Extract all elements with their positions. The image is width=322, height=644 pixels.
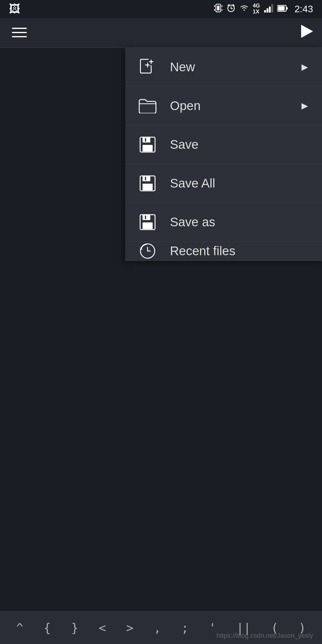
save-all-icon [137,173,158,194]
svg-rect-11 [264,10,266,13]
vibrate-icon [214,3,222,15]
gallery-icon: 🖼 [9,3,20,16]
dropdown-menu: New ► Open ► S [125,48,322,261]
menu-item-save-as-label: Save as [170,215,310,229]
svg-rect-16 [278,6,284,11]
hamburger-button[interactable] [9,25,30,40]
close-brace-button[interactable]: } [65,618,84,638]
menu-item-save-all-label: Save All [170,176,310,191]
menu-item-open-label: Open [170,99,299,113]
menu-item-new[interactable]: New ► [125,48,322,86]
comma-button[interactable]: , [148,618,167,638]
toolbar [0,18,322,48]
hamburger-line-3 [12,36,27,37]
status-bar-right: 4G 1X 2:43 [214,3,313,15]
menu-item-save-as[interactable]: Save as [125,203,322,242]
save-as-icon [137,212,158,233]
history-icon [137,242,158,261]
svg-rect-27 [143,145,153,151]
alarm-icon [227,4,236,15]
less-than-button[interactable]: < [93,618,112,638]
svg-rect-31 [143,184,153,190]
save-icon [137,134,158,155]
hamburger-line-1 [12,28,27,29]
collapse-button[interactable]: ^ [10,618,29,638]
svg-rect-36 [145,216,146,219]
svg-rect-3 [214,9,215,11]
folder-icon [137,95,158,116]
url-label: https://blog.csdn.net/Jason_yesly [216,632,313,640]
svg-rect-28 [145,138,146,142]
menu-item-new-label: New [170,60,299,74]
hamburger-line-2 [12,32,27,33]
open-brace-button[interactable]: { [38,618,57,638]
play-button[interactable] [301,25,313,41]
svg-rect-35 [143,222,153,229]
new-arrow-icon: ► [299,61,310,73]
menu-item-recent-files[interactable]: Recent files [125,242,322,261]
svg-rect-2 [214,5,215,7]
svg-rect-17 [286,7,288,10]
editor-area: New ► Open ► S [0,48,322,611]
signal-icon [264,4,273,14]
new-file-icon [137,57,158,78]
status-time: 2:43 [295,4,313,15]
greater-than-button[interactable]: > [120,618,140,638]
svg-rect-12 [267,8,268,13]
semicolon-button[interactable]: ; [175,618,194,638]
svg-rect-13 [269,7,271,13]
svg-marker-18 [301,25,313,38]
menu-item-save-label: Save [170,137,310,152]
menu-item-recent-files-label: Recent files [170,244,310,258]
svg-rect-1 [217,6,219,10]
menu-item-save-all[interactable]: Save All [125,164,322,203]
svg-rect-26 [143,137,150,143]
menu-item-open[interactable]: Open ► [125,86,322,125]
open-arrow-icon: ► [299,100,310,112]
status-bar-left: 🖼 [9,3,20,16]
battery-icon [277,4,288,13]
status-bar: 🖼 [0,0,322,18]
keyboard-toolbar: ^ { } < > , ; ' || ( ) https://blog.csdn… [0,611,322,644]
wifi-icon [240,4,249,14]
svg-rect-34 [143,215,150,220]
network-type-icon: 4G 1X [253,3,260,15]
svg-rect-14 [271,4,273,13]
svg-rect-30 [143,176,150,181]
svg-rect-4 [222,5,222,7]
svg-rect-32 [145,177,146,180]
svg-rect-5 [222,9,222,11]
menu-item-save[interactable]: Save [125,125,322,164]
